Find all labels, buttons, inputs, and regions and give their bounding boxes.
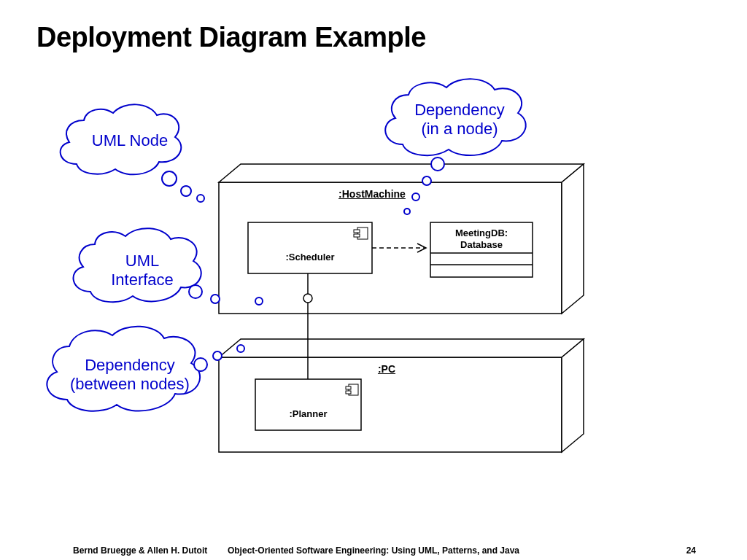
svg-point-27	[404, 209, 410, 214]
label-uml-interface: UML Interface	[98, 252, 186, 290]
text: (in a node)	[421, 120, 498, 138]
text: Database	[460, 239, 503, 250]
svg-marker-4	[219, 339, 584, 357]
svg-rect-9	[354, 234, 360, 237]
svg-rect-7	[357, 228, 368, 239]
component-planner	[255, 379, 361, 430]
svg-point-22	[181, 186, 191, 196]
svg-rect-16	[346, 391, 351, 394]
text: Dependency	[85, 356, 175, 374]
text: (between nodes)	[70, 375, 190, 393]
text: UML	[125, 252, 159, 270]
svg-marker-2	[562, 164, 584, 314]
svg-point-28	[189, 285, 202, 298]
text: Interface	[111, 271, 174, 289]
text: Dependency	[414, 101, 505, 119]
label-dependency-between: Dependency (between nodes)	[57, 356, 203, 394]
svg-point-30	[255, 298, 263, 305]
svg-point-19	[303, 294, 312, 303]
cloud-uml-node	[61, 104, 204, 202]
svg-point-23	[197, 195, 204, 202]
label-scheduler: :Scheduler	[248, 252, 372, 262]
label-planner: :Planner	[255, 408, 361, 419]
svg-rect-8	[354, 230, 360, 233]
svg-marker-5	[562, 339, 584, 452]
label-pc: :PC	[365, 363, 409, 375]
svg-point-29	[211, 295, 220, 303]
label-dependency-in-node: Dependency (in a node)	[398, 101, 522, 139]
footer-right: 24	[686, 545, 696, 556]
label-meetingdb: MeetingDB: Database	[430, 228, 533, 250]
svg-rect-15	[346, 386, 351, 389]
svg-rect-13	[255, 379, 361, 430]
svg-point-33	[237, 345, 244, 352]
svg-marker-1	[219, 164, 584, 182]
text: MeetingDB:	[455, 228, 508, 238]
label-uml-node: UML Node	[86, 131, 174, 150]
svg-point-24	[431, 158, 444, 171]
component-scheduler	[248, 222, 372, 273]
svg-point-25	[422, 176, 431, 185]
label-hostmachine: :HostMachine	[328, 188, 416, 200]
footer-center: Object-Oriented Software Engineering: Us…	[0, 545, 747, 556]
svg-point-32	[213, 351, 222, 360]
svg-point-21	[162, 171, 177, 186]
